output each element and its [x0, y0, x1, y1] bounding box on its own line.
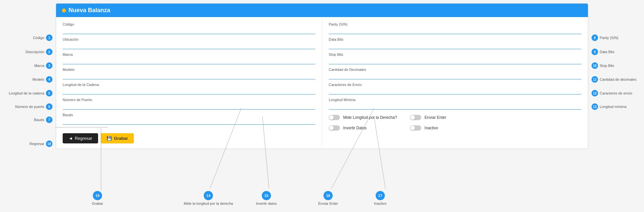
input-modelo[interactable] — [63, 72, 315, 79]
annot-codigo: Código 1 — [33, 34, 52, 41]
page-wrapper: Código 1 Descripción 2 Marca 3 Modelo 4 … — [0, 0, 644, 212]
annot-data-bits: 9 Data Bits — [592, 49, 614, 55]
annot-stop-bits: 10 Stop Bits — [592, 62, 614, 69]
right-column: Parity (S/N) Data Bits Stop Bits Cantida… — [322, 20, 588, 145]
header-dot — [62, 9, 66, 12]
input-parity[interactable] — [329, 27, 581, 34]
input-caracteres-envio[interactable] — [329, 87, 581, 95]
toggles-left: Mide Longitud por la Derecha? Invertir D… — [329, 115, 397, 133]
toggles-section: Mide Longitud por la Derecha? Invertir D… — [329, 114, 581, 136]
toggle-invertir-datos: Invertir Datos — [329, 125, 397, 131]
toggle-invertir-datos-switch[interactable] — [329, 125, 340, 131]
input-longitud-minima[interactable] — [329, 102, 581, 110]
bottom-annot-enviar-enter: 16 Enviar Enter — [318, 191, 338, 205]
annot-bauds: Bauds 7 — [34, 117, 52, 123]
annot-longitud-cadena: Longitud de la cadena 5 — [9, 90, 52, 96]
field-caracteres-envio: Caracteres de Envío — [329, 83, 581, 95]
input-numero-puerto[interactable] — [63, 102, 315, 110]
field-stop-bits: Stop Bits — [329, 53, 581, 64]
toggle-knob — [410, 126, 415, 130]
toggle-mide-longitud-label: Mide Longitud por la Derecha? — [343, 115, 397, 120]
form-body: Código Ubicación Marca Modelo Longitud d… — [56, 17, 588, 149]
toggle-enviar-enter: Enviar Enter — [410, 115, 446, 120]
annot-marca: Marca 3 — [34, 62, 52, 69]
toggle-enviar-enter-switch[interactable] — [410, 115, 421, 120]
field-longitud-minima: Longitud Mínima — [329, 98, 581, 110]
annot-numero-puerto: Número de puerto 6 — [15, 103, 52, 110]
input-data-bits[interactable] — [329, 42, 581, 49]
annot-descripcion: Descripción 2 — [26, 49, 52, 55]
toggle-knob — [329, 115, 334, 120]
annot-cant-decimales: 11 Cantidad de decimales — [592, 76, 636, 83]
back-button[interactable]: ◄ Regresar — [63, 133, 98, 143]
annot-modelo: Modelo 4 — [32, 76, 52, 83]
bottom-annot-mide-longitud: 14 Mide la longitud por la derecha — [184, 191, 233, 205]
field-parity: Parity (S/N) — [329, 22, 581, 34]
form-header: Nueva Balanza — [56, 4, 588, 17]
input-longitud-cadena[interactable] — [63, 87, 315, 95]
toggle-enviar-enter-label: Enviar Enter — [425, 115, 446, 120]
field-bauds: Bauds — [63, 113, 315, 125]
input-bauds[interactable] — [63, 117, 315, 125]
buttons-row: ◄ Regresar 💾 Grabar — [63, 128, 315, 143]
save-label: Grabar — [114, 136, 128, 141]
form-panel: Nueva Balanza Código Ubicación Marca — [56, 3, 588, 149]
bottom-annot-invertir: 15 Invertir datos — [256, 191, 277, 205]
annot-longitud-minima: 13 Longitud mínima — [592, 103, 626, 110]
field-modelo: Modelo — [63, 68, 315, 79]
field-codigo: Código — [63, 22, 315, 34]
field-data-bits: Data Bits — [329, 37, 581, 49]
toggle-inactivo-label: Inactivo — [425, 126, 438, 130]
left-column: Código Ubicación Marca Modelo Longitud d… — [56, 20, 322, 145]
bottom-annot-grabar: 19 Grabar — [92, 191, 103, 205]
toggle-inactivo: Inactivo — [410, 125, 446, 131]
bottom-annot-inactivo: 17 Inactivo — [374, 191, 386, 205]
toggle-invertir-datos-label: Invertir Datos — [343, 126, 366, 130]
input-codigo[interactable] — [63, 27, 315, 34]
save-icon: 💾 — [107, 136, 112, 141]
field-cantidad-decimales: Cantidad de Decimales — [329, 68, 581, 79]
form-title: Nueva Balanza — [69, 7, 110, 14]
toggle-knob — [329, 126, 334, 130]
input-ubicacion[interactable] — [63, 42, 315, 49]
toggles-right: Enviar Enter Inactivo — [410, 115, 446, 133]
back-label: Regresar — [75, 136, 92, 141]
field-ubicacion: Ubicación — [63, 37, 315, 49]
input-stop-bits[interactable] — [329, 57, 581, 64]
field-longitud-cadena: Longitud de la Cadena — [63, 83, 315, 95]
annot-parity: 8 Parity (S/N) — [592, 34, 618, 41]
save-button[interactable]: 💾 Grabar — [101, 133, 134, 143]
input-cantidad-decimales[interactable] — [329, 72, 581, 79]
toggle-inactivo-switch[interactable] — [410, 125, 421, 131]
toggle-mide-longitud-switch[interactable] — [329, 115, 340, 120]
annot-regresar: Regresar 18 — [30, 140, 52, 147]
toggle-knob — [410, 115, 415, 120]
field-numero-puerto: Número de Puerto — [63, 98, 315, 110]
toggle-mide-longitud: Mide Longitud por la Derecha? — [329, 115, 397, 120]
input-marca[interactable] — [63, 57, 315, 64]
annot-caracteres-envio: 12 Caracteres de envío — [592, 90, 632, 96]
back-icon: ◄ — [69, 136, 73, 141]
field-marca: Marca — [63, 53, 315, 64]
